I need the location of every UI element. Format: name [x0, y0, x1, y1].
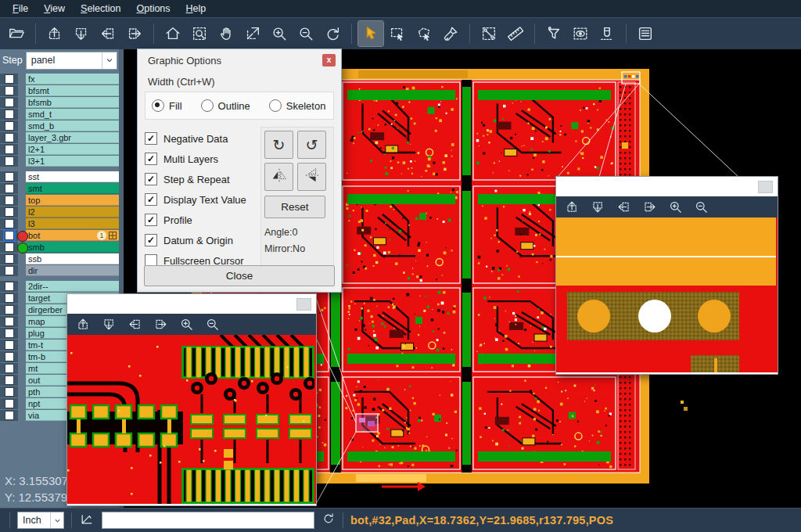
layer-checkbox[interactable] — [5, 145, 14, 154]
select-arrow-button[interactable] — [358, 21, 383, 46]
pan-hand-button[interactable] — [214, 21, 239, 46]
layer-name[interactable]: smd_b — [26, 120, 119, 131]
layer-checkbox[interactable] — [5, 387, 14, 397]
zoom-window-corner-titlebar[interactable] — [556, 177, 778, 196]
layer-checkbox[interactable] — [5, 364, 14, 373]
layer-checkbox[interactable] — [5, 156, 14, 166]
pan-left-button[interactable] — [95, 21, 120, 46]
layer-row-bfsmb[interactable]: bfsmb — [0, 97, 119, 108]
zoom-out-button[interactable] — [692, 199, 709, 216]
select-rect-button[interactable] — [385, 21, 410, 46]
layer-checkbox[interactable] — [5, 184, 14, 193]
layer-checkbox[interactable] — [5, 121, 14, 131]
filter-button[interactable] — [541, 21, 566, 46]
rotate-ccw-button[interactable]: ↺ — [297, 131, 326, 159]
layer-checkbox[interactable] — [5, 196, 14, 205]
layer-checkbox[interactable] — [5, 254, 14, 264]
zoom-out-button[interactable] — [293, 21, 318, 46]
step-select[interactable]: panel — [26, 52, 117, 70]
pan-right-button[interactable] — [122, 21, 147, 46]
pan-down-button[interactable] — [100, 316, 117, 333]
layer-checkbox[interactable] — [5, 219, 14, 228]
zoom-window-detail[interactable] — [66, 293, 317, 506]
display-options-button[interactable] — [568, 21, 593, 46]
radio-fill[interactable]: Fill — [152, 99, 182, 112]
window-button[interactable] — [296, 298, 311, 311]
zoom-in-button[interactable] — [267, 21, 292, 46]
pan-up-button[interactable] — [74, 316, 92, 333]
layer-row-smb[interactable]: smb — [0, 242, 119, 253]
layer-row-smd_t[interactable]: smd_t — [0, 109, 119, 120]
snap-magnet-button[interactable] — [594, 21, 620, 46]
layer-row-ssb[interactable]: ssb — [0, 253, 119, 264]
layer-name[interactable]: smt — [26, 183, 119, 194]
layer-name[interactable]: smd_t — [26, 109, 119, 120]
checkbox-datum-origin[interactable]: ✓Datum & Origin — [145, 230, 262, 250]
layer-checkbox[interactable] — [5, 282, 14, 291]
mirror-horizontal-button[interactable] — [264, 163, 293, 191]
rotate-cw-button[interactable]: ↻ — [264, 131, 293, 159]
layer-checkbox[interactable] — [5, 133, 14, 142]
zoom-window-detail-titlebar[interactable] — [67, 294, 316, 314]
checkbox-profile[interactable]: ✓Profile — [145, 210, 262, 230]
layer-checkbox[interactable] — [5, 399, 14, 408]
checkbox-display-text-value[interactable]: ✓Display Text Value — [145, 189, 262, 210]
layer-checkbox[interactable] — [5, 207, 14, 217]
menu-view[interactable]: View — [36, 2, 73, 16]
zoom-previous-button[interactable] — [320, 21, 345, 46]
open-button[interactable] — [4, 21, 29, 46]
pan-right-button[interactable] — [152, 316, 169, 333]
layer-row-smt[interactable]: smt — [0, 183, 119, 194]
layer-row-bot[interactable]: bot1 — [0, 230, 119, 241]
pan-up-button[interactable] — [42, 21, 67, 46]
layer-checkbox[interactable] — [5, 305, 14, 315]
zoom-window-detail-view[interactable] — [67, 335, 316, 504]
layer-checkbox[interactable] — [5, 376, 14, 385]
window-button[interactable] — [758, 181, 773, 193]
zoom-window-corner-view[interactable] — [556, 217, 778, 372]
home-button[interactable] — [160, 21, 185, 46]
clean-brush-button[interactable] — [438, 21, 463, 46]
layer-row-sst[interactable]: sst — [0, 171, 119, 182]
layer-name[interactable]: dir — [26, 265, 119, 276]
unit-select[interactable]: Inch — [17, 512, 64, 529]
layer-checkbox[interactable] — [5, 352, 14, 361]
refresh-icon[interactable] — [321, 512, 336, 529]
reset-button[interactable]: Reset — [264, 196, 325, 218]
mirror-vertical-button[interactable] — [297, 163, 326, 191]
layer-name[interactable]: l3 — [26, 218, 119, 229]
menu-selection[interactable]: Selection — [73, 2, 128, 16]
layers-panel-button[interactable] — [633, 21, 658, 46]
layer-name[interactable]: l2 — [26, 207, 119, 217]
close-icon[interactable]: x — [322, 54, 336, 66]
layer-row-fx[interactable]: fx — [0, 74, 119, 84]
layer-name[interactable]: top — [26, 195, 119, 206]
layer-name[interactable]: 2dir-- — [26, 281, 119, 292]
layer-checkbox[interactable] — [5, 98, 14, 107]
layer-row-2dir--[interactable]: 2dir-- — [0, 281, 119, 292]
close-button[interactable]: Close — [144, 265, 335, 286]
pan-left-button[interactable] — [126, 316, 143, 333]
layer-name[interactable]: bfsmb — [26, 97, 119, 108]
layer-row-top[interactable]: top — [0, 195, 119, 206]
pan-up-button[interactable] — [563, 199, 580, 216]
layer-name[interactable]: ssb — [26, 253, 119, 264]
layer-checkbox[interactable] — [5, 329, 14, 338]
layer-checkbox[interactable] — [5, 172, 14, 182]
layer-name[interactable]: bot1 — [26, 230, 119, 241]
layer-name[interactable]: fx — [26, 74, 119, 84]
radio-outline[interactable]: Outline — [201, 99, 250, 112]
layer-checkbox[interactable] — [5, 243, 14, 252]
menu-file[interactable]: File — [5, 2, 36, 16]
layer-checkbox[interactable] — [5, 74, 14, 84]
layer-row-layer_3.gbr[interactable]: layer_3.gbr — [0, 132, 119, 143]
layer-checkbox[interactable] — [5, 317, 14, 326]
radio-skeleton[interactable]: Skeleton — [269, 99, 326, 112]
pan-left-button[interactable] — [615, 199, 632, 216]
layer-name[interactable]: l2+1 — [26, 144, 119, 155]
layer-row-bfsmt[interactable]: bfsmt — [0, 85, 119, 96]
layer-row-l2[interactable]: l2 — [0, 207, 119, 217]
layer-row-dir[interactable]: dir — [0, 265, 119, 276]
zoom-in-button[interactable] — [666, 199, 684, 216]
zoom-in-button[interactable] — [178, 316, 195, 333]
